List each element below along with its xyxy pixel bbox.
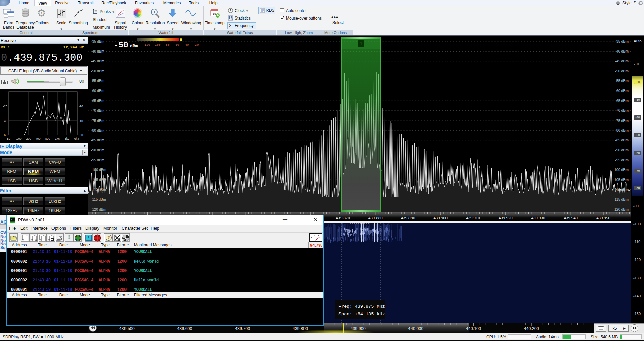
svg-text:-70 dBm: -70 dBm (91, 108, 104, 112)
svg-text:?: ? (107, 235, 110, 240)
svg-text:-35 dBm: -35 dBm (91, 39, 104, 43)
svg-text:-65 dBm: -65 dBm (615, 99, 629, 103)
svg-text:400: 400 (35, 137, 40, 140)
svg-text:439.800: 439.800 (293, 326, 308, 331)
svg-text:-70 dBm: -70 dBm (615, 108, 629, 112)
svg-text:-80 dBm: -80 dBm (91, 128, 104, 132)
svg-text:439.900: 439.900 (350, 326, 365, 331)
svg-text:-40 dBm: -40 dBm (615, 49, 629, 53)
svg-text:-75 dBm: -75 dBm (91, 118, 104, 123)
svg-text:-60: -60 (3, 133, 7, 137)
svg-text:0: 0 (6, 90, 7, 94)
svg-text:100: 100 (16, 137, 21, 140)
svg-text:50: 50 (7, 137, 10, 140)
svg-text:439.900: 439.900 (433, 216, 448, 220)
svg-text:-40: -40 (183, 43, 189, 47)
svg-text:439.500: 439.500 (119, 326, 135, 331)
svg-text:439.930: 439.930 (531, 216, 545, 220)
svg-text:-60: -60 (79, 133, 83, 137)
svg-text:-105 dBm: -105 dBm (613, 178, 629, 182)
svg-text:-45 dBm: -45 dBm (615, 59, 629, 63)
svg-text:15: 15 (213, 12, 216, 15)
svg-text:439.920: 439.920 (499, 216, 513, 220)
svg-text:439.950: 439.950 (596, 216, 610, 220)
svg-text:-100: -100 (153, 43, 161, 47)
svg-text:0: 0 (79, 90, 80, 94)
svg-text:-80 dBm: -80 dBm (615, 128, 629, 132)
svg-text:439.910: 439.910 (466, 216, 480, 220)
svg-text:-90 dBm: -90 dBm (615, 148, 629, 152)
svg-text:-40: -40 (79, 119, 83, 123)
svg-text:-80: -80 (164, 43, 169, 47)
svg-text:-60 dBm: -60 dBm (91, 89, 104, 93)
svg-text:-95 dBm: -95 dBm (91, 158, 104, 162)
svg-text:Freq: 439.875 MHz: Freq: 439.875 MHz (338, 304, 385, 309)
svg-text:1: 1 (360, 42, 362, 46)
svg-text:439.940: 439.940 (564, 216, 578, 220)
svg-text:439.870: 439.870 (336, 216, 350, 220)
svg-text:-40 dBm: -40 dBm (91, 49, 104, 53)
svg-text:-20: -20 (79, 105, 83, 108)
svg-text:-50 dBm: -50 dBm (91, 69, 104, 73)
svg-text:439.700: 439.700 (235, 326, 250, 331)
svg-text:9: 9 (231, 18, 233, 20)
svg-text:800: 800 (45, 137, 50, 140)
svg-text:-120 dBm: -120 dBm (613, 207, 629, 211)
svg-text:440.200: 440.200 (524, 326, 539, 331)
svg-text:-20: -20 (193, 43, 199, 47)
svg-text:-60 dBm: -60 dBm (615, 89, 629, 93)
svg-text:-105 dBm: -105 dBm (91, 178, 106, 182)
svg-text:6k4: 6k4 (74, 137, 79, 140)
svg-text:439.880: 439.880 (368, 216, 383, 220)
svg-text:439.600: 439.600 (177, 326, 192, 331)
svg-text:-60: -60 (173, 43, 179, 47)
svg-text:-120: -120 (143, 43, 150, 47)
svg-text:-35 dBm: -35 dBm (615, 39, 629, 43)
svg-text:-110 dBm: -110 dBm (613, 187, 629, 192)
svg-text:-100 dBm: -100 dBm (91, 168, 106, 172)
svg-text:-65 dBm: -65 dBm (91, 99, 104, 103)
svg-text:440.000: 440.000 (408, 326, 423, 331)
svg-text:-50: -50 (114, 41, 128, 50)
svg-text:439.890: 439.890 (401, 216, 415, 220)
svg-text:-55 dBm: -55 dBm (91, 79, 104, 83)
svg-text:200: 200 (26, 137, 31, 140)
svg-text:-100 dBm: -100 dBm (613, 168, 629, 172)
svg-text:-85 dBm: -85 dBm (91, 138, 104, 142)
svg-text:-95 dBm: -95 dBm (615, 158, 629, 162)
svg-text:-120 dBm: -120 dBm (91, 207, 106, 211)
svg-text:-40: -40 (3, 119, 7, 123)
svg-text:-115 dBm: -115 dBm (91, 197, 106, 201)
svg-text:-45 dBm: -45 dBm (91, 59, 104, 63)
svg-text:-20: -20 (3, 105, 7, 108)
svg-text:-110 dBm: -110 dBm (91, 187, 106, 192)
svg-text:-85 dBm: -85 dBm (615, 138, 629, 142)
svg-text:-55 dBm: -55 dBm (615, 79, 629, 83)
svg-text:440.100: 440.100 (466, 326, 481, 331)
svg-text:-75 dBm: -75 dBm (615, 118, 629, 123)
svg-text:1k6: 1k6 (55, 137, 60, 140)
svg-text:-115 dBm: -115 dBm (613, 197, 629, 201)
svg-text:-90 dBm: -90 dBm (91, 148, 104, 152)
svg-text:Span: ±84.135 kHz: Span: ±84.135 kHz (338, 312, 385, 317)
svg-text:3k2: 3k2 (65, 137, 70, 140)
svg-text:dBm: dBm (130, 44, 138, 49)
svg-text:-50 dBm: -50 dBm (615, 69, 629, 73)
